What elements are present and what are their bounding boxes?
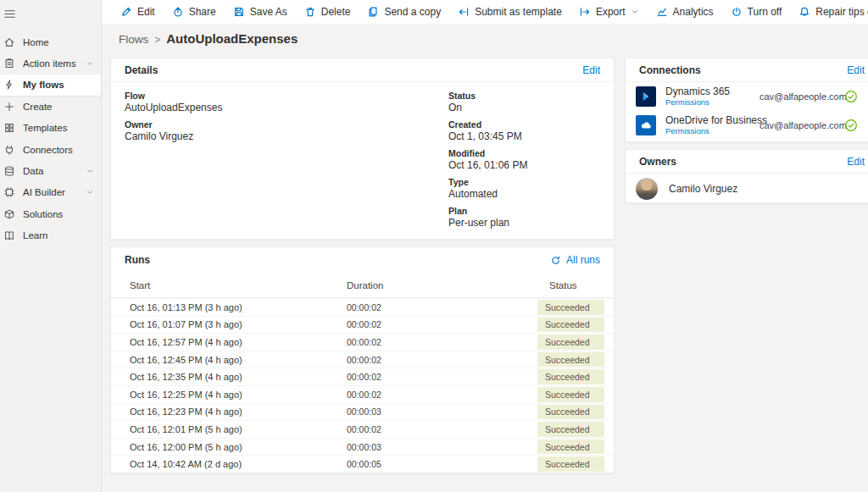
connections-card-title: Connections [639,64,701,76]
sidebar-item-label: My flows [23,80,94,90]
sidebar-item-create[interactable]: Create [0,96,101,117]
connection-account: cav@alfapeople.com [760,91,847,102]
submit-template-icon [458,6,470,18]
home-icon [3,36,15,48]
power-icon [731,6,743,18]
templates-icon [3,122,15,134]
send-a-copy-button[interactable]: Send a copy [359,0,449,24]
analytics-button-label: Analytics [673,6,714,18]
details-edit-link[interactable]: Edit [582,64,600,76]
connection-row-onedrive[interactable]: OneDrive for Business Permissions cav@al… [626,111,868,140]
sidebar-item-label: Solutions [23,209,94,219]
owners-card-title: Owners [639,156,676,168]
sidebar-item-connectors[interactable]: Connectors [0,139,101,160]
details-card-title: Details [125,64,158,76]
learn-icon [3,229,15,241]
column-header-start[interactable]: Start [111,280,347,290]
chevron-down-icon [86,59,94,68]
ai-builder-icon [3,186,15,198]
table-row[interactable]: Oct 16, 12:23 PM (4 h ago) 00:00:03 Succ… [111,403,614,421]
hamburger-icon [3,8,16,20]
breadcrumb-flows-link[interactable]: Flows [119,33,148,46]
status-badge: Succeeded [537,318,604,333]
status-badge: Succeeded [537,456,604,472]
table-row[interactable]: Oct 16, 01:13 PM (3 h ago) 00:00:02 Succ… [111,298,614,316]
sidebar-item-action-items[interactable]: Action items [0,53,101,74]
create-icon [3,101,15,113]
edit-button[interactable]: Edit [112,0,164,24]
connectors-icon [3,144,15,156]
permissions-link[interactable]: Permissions [665,97,730,107]
column-header-duration[interactable]: Duration [347,280,549,290]
owners-edit-link[interactable]: Edit [847,156,865,168]
command-bar: Edit Share Save As Delete Send a copy Su… [102,0,868,24]
table-row[interactable]: Oct 16, 12:45 PM (4 h ago) 00:00:02 Succ… [111,351,614,368]
sidebar-item-label: Connectors [23,145,94,155]
export-button[interactable]: Export [570,0,648,24]
sidebar-item-label: Home [23,37,94,47]
repair-tips-off-button[interactable]: Repair tips off [790,0,868,24]
bell-icon [798,6,810,18]
table-row[interactable]: Oct 16, 12:57 PM (4 h ago) 00:00:02 Succ… [111,333,614,351]
refresh-icon [550,255,561,266]
my-flows-icon [3,79,15,91]
sidebar-item-templates[interactable]: Templates [0,118,101,139]
avatar [636,178,658,200]
sidebar-item-my-flows[interactable]: My flows [0,75,101,96]
sidebar-item-data[interactable]: Data [0,160,101,181]
submit-as-template-button-label: Submit as template [475,6,562,18]
table-row[interactable]: Oct 16, 12:25 PM (4 h ago) 00:00:02 Succ… [111,385,614,403]
field-flow: Flow AutoUploadExpenses [125,91,222,114]
table-row[interactable]: Oct 16, 12:35 PM (4 h ago) 00:00:02 Succ… [111,368,614,385]
hamburger-menu-button[interactable] [0,0,101,20]
turn-off-button[interactable]: Turn off [722,0,791,24]
all-runs-label: All runs [566,254,600,266]
chevron-down-icon [86,167,94,175]
sidebar-item-ai-builder[interactable]: AI Builder [0,182,101,203]
connection-row-dynamics-365[interactable]: Dynamics 365 Permissions cav@alfapeople.… [626,82,868,111]
breadcrumb-separator: > [154,34,160,46]
field-created: Created Oct 1, 03:45 PM [448,119,527,143]
runs-card-title: Runs [125,254,150,266]
sidebar-item-solutions[interactable]: Solutions [0,203,101,224]
check-circle-icon [844,90,858,103]
connection-name: Dynamics 365 [665,86,730,97]
all-runs-button[interactable]: All runs [550,254,600,266]
sidebar-item-home[interactable]: Home [0,31,101,53]
details-card: Details Edit Flow AutoUploadExpenses Own… [110,58,615,240]
field-status: Status On [448,91,527,114]
connections-edit-link[interactable]: Edit [847,64,865,76]
onedrive-icon [636,115,656,135]
table-row[interactable]: Oct 16, 12:01 PM (5 h ago) 00:00:02 Succ… [111,420,614,438]
table-row[interactable]: Oct 16, 01:07 PM (3 h ago) 00:00:02 Succ… [111,316,614,334]
repair-tips-off-button-label: Repair tips off [815,6,868,18]
analytics-button[interactable]: Analytics [648,0,722,24]
table-row[interactable]: Oct 16, 12:00 PM (5 h ago) 00:00:03 Succ… [111,438,614,456]
turn-off-button-label: Turn off [748,6,782,18]
field-modified: Modified Oct 16, 01:06 PM [448,148,527,172]
share-button-label: Share [189,6,216,18]
table-row[interactable]: Oct 14, 10:42 AM (2 d ago) 00:00:05 Succ… [111,455,614,473]
sidebar-item-label: AI Builder [23,187,86,197]
solutions-icon [3,208,15,220]
field-owner: Owner Camilo Virguez [125,119,222,143]
owner-row[interactable]: Camilo Virguez [626,174,868,204]
sidebar-item-learn[interactable]: Learn [0,225,101,246]
permissions-link[interactable]: Permissions [665,126,767,135]
status-badge: Succeeded [537,334,604,350]
column-header-status[interactable]: Status [549,280,577,290]
runs-card: Runs All runs Start Duration Status Oct … [110,246,615,473]
status-badge: Succeeded [537,352,604,368]
save-as-button[interactable]: Save As [225,0,296,24]
share-button[interactable]: Share [164,0,225,24]
chevron-down-icon [86,188,94,196]
data-icon [3,165,15,177]
delete-button[interactable]: Delete [296,0,359,24]
status-badge: Succeeded [537,439,604,455]
sidebar-item-label: Data [23,166,86,176]
submit-as-template-button[interactable]: Submit as template [449,0,570,24]
save-as-button-label: Save As [250,6,287,18]
owners-card: Owners Edit Camilo Virguez [625,149,868,203]
check-circle-icon [844,119,858,132]
sidebar-item-label: Learn [23,230,94,240]
